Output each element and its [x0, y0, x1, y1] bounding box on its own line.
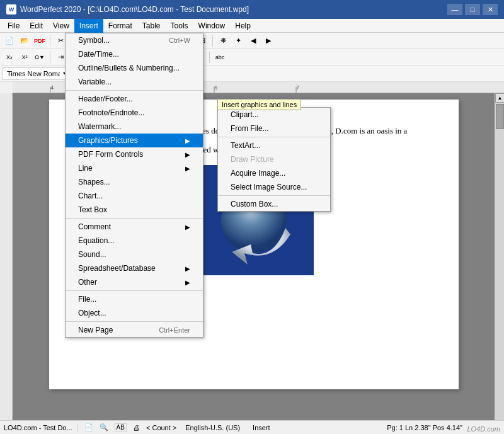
menu-window[interactable]: Window — [193, 19, 231, 33]
insert-chart[interactable]: Chart... — [66, 189, 203, 203]
menu-format[interactable]: Format — [103, 19, 137, 33]
insert-equation[interactable]: Equation... — [66, 234, 203, 248]
subscript-button[interactable]: X₂ — [3, 50, 16, 64]
open-button[interactable]: 📂 — [18, 34, 32, 48]
title-bar: W WordPerfect 2020 - [C:\LO4D.com\LO4D.c… — [0, 0, 504, 19]
insert-object[interactable]: Object... — [66, 306, 203, 320]
status-bar: LO4D.com - Test Do... 📄 🔍 AB 🖨 < Count >… — [0, 420, 504, 434]
menu-bar: File Edit View Insert Format Table Tools… — [0, 19, 504, 33]
status-app-name: LO4D.com - Test Do... — [4, 424, 78, 431]
font-name-select[interactable]: Times New Roma — [3, 67, 72, 80]
status-doc-icon[interactable]: 📄 — [84, 423, 93, 431]
svg-text:7: 7 — [296, 84, 299, 91]
status-language: English-U.S. (US) — [185, 424, 240, 431]
maximize-button[interactable]: □ — [465, 4, 480, 15]
insert-header-footer[interactable]: Header/Footer... — [66, 92, 203, 106]
insert-new-page[interactable]: New Page Ctrl+Enter — [66, 323, 203, 337]
sep-t2-4 — [209, 52, 210, 63]
menu-table[interactable]: Table — [137, 19, 166, 33]
status-print-icon[interactable]: 🖨 — [133, 424, 140, 431]
insert-variable[interactable]: Variable... — [66, 75, 203, 89]
status-search-icon[interactable]: 🔍 — [100, 423, 108, 431]
scroll-track[interactable] — [495, 103, 504, 427]
insert-other[interactable]: Other ▶ — [66, 275, 203, 289]
status-position: Pg: 1 Ln 2.38" Pos 4.14" — [387, 424, 462, 431]
sep-m4 — [66, 321, 203, 322]
menu-file[interactable]: File — [3, 19, 25, 33]
insert-graphics[interactable]: Graphics/Pictures ▶ — [66, 134, 203, 147]
menu-tools[interactable]: Tools — [166, 19, 193, 33]
toolbar-btn-13[interactable]: ✦ — [231, 34, 245, 48]
scroll-up-arrow[interactable]: ▲ — [495, 93, 504, 103]
menu-help[interactable]: Help — [230, 19, 256, 33]
close-button[interactable]: ✕ — [483, 4, 498, 15]
right-scrollbar[interactable]: ▲ ▼ — [495, 93, 504, 434]
pdf-button[interactable]: PDF — [33, 34, 47, 48]
svg-text:4: 4 — [50, 84, 54, 91]
status-mode: Insert — [253, 424, 270, 431]
app-icon: W — [6, 4, 16, 14]
toolbar-btn-12[interactable]: ❋ — [216, 34, 230, 48]
superscript-button[interactable]: X² — [18, 50, 32, 64]
insert-textbox[interactable]: Text Box — [66, 203, 203, 217]
svg-text:6: 6 — [214, 84, 217, 91]
spell-button[interactable]: abc — [213, 50, 227, 64]
insert-pdf-forms[interactable]: PDF Form Controls ▶ — [66, 147, 203, 161]
status-caps-icon: AB — [115, 423, 127, 431]
minimize-button[interactable]: — — [447, 4, 462, 15]
insert-watermark[interactable]: Watermark... — [66, 120, 203, 134]
char-button[interactable]: Ω▼ — [33, 50, 47, 64]
sep-m1 — [66, 90, 203, 91]
sep-m2 — [66, 218, 203, 219]
status-logo: LO4D.com — [467, 425, 500, 433]
insert-file[interactable]: File... — [66, 292, 203, 306]
insert-footnote[interactable]: Footnote/Endnote... — [66, 106, 203, 120]
sep-3 — [212, 35, 213, 47]
menu-insert[interactable]: Insert — [74, 19, 103, 33]
highlighted-text: mple. — [258, 145, 276, 154]
menu-view[interactable]: View — [48, 19, 74, 33]
sep-t2-1 — [50, 52, 50, 63]
insert-outline[interactable]: Outline/Bullets & Numbering... — [66, 61, 203, 75]
insert-comment[interactable]: Comment ▶ — [66, 220, 203, 234]
left-sidebar — [0, 93, 13, 434]
insert-line[interactable]: Line ▶ — [66, 161, 203, 175]
toolbar-btn-fwd[interactable]: ▶ — [261, 34, 275, 48]
insert-spreadsheet[interactable]: Spreadsheet/Database ▶ — [66, 261, 203, 275]
insert-shapes[interactable]: Shapes... — [66, 175, 203, 189]
status-count[interactable]: < Count > — [146, 424, 176, 431]
logo-image — [194, 165, 314, 275]
scroll-thumb[interactable] — [496, 104, 504, 129]
insert-menu-popup[interactable]: Symbol... Ctrl+W Date/Time... Outline/Bu… — [65, 33, 203, 338]
insert-datetime[interactable]: Date/Time... — [66, 47, 203, 61]
insert-sound[interactable]: Sound... — [66, 248, 203, 261]
menu-edit[interactable]: Edit — [25, 19, 48, 33]
new-button[interactable]: 📄 — [3, 34, 16, 48]
sep-1 — [50, 35, 50, 47]
window-title: WordPerfect 2020 - [C:\LO4D.com\LO4D.com… — [20, 5, 249, 14]
insert-symbol[interactable]: Symbol... Ctrl+W — [66, 33, 203, 47]
sep-m3 — [66, 290, 203, 291]
window-controls: — □ ✕ — [447, 4, 498, 15]
toolbar-btn-back[interactable]: ◀ — [246, 34, 260, 48]
